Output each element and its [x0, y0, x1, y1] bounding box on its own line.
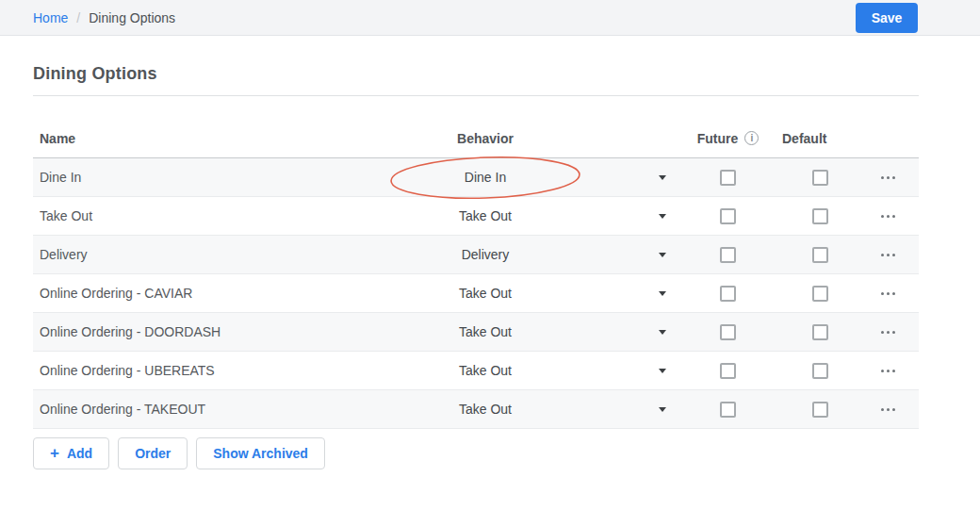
order-button[interactable]: Order: [118, 437, 188, 469]
behavior-select[interactable]: Delivery: [297, 236, 674, 273]
default-checkbox[interactable]: [812, 208, 828, 224]
default-checkbox[interactable]: [812, 363, 828, 379]
plus-icon: +: [50, 445, 59, 461]
chevron-down-icon: [659, 407, 666, 412]
show-archived-button[interactable]: Show Archived: [196, 437, 325, 469]
row-actions-ellipsis-icon[interactable]: [877, 211, 899, 222]
default-checkbox[interactable]: [812, 247, 828, 263]
default-checkbox[interactable]: [812, 170, 828, 186]
row-actions-ellipsis-icon[interactable]: [877, 288, 899, 299]
behavior-select[interactable]: Dine In: [297, 158, 674, 196]
add-button-label: Add: [67, 446, 92, 461]
future-checkbox[interactable]: [720, 170, 736, 186]
row-name: Dine In: [33, 170, 297, 185]
future-checkbox[interactable]: [720, 402, 736, 418]
row-actions-ellipsis-icon[interactable]: [877, 404, 899, 415]
row-name: Online Ordering - UBEREATS: [33, 363, 297, 378]
row-name: Online Ordering - TAKEOUT: [33, 402, 297, 417]
chevron-down-icon: [659, 330, 666, 335]
chevron-down-icon: [659, 253, 666, 257]
future-checkbox[interactable]: [720, 286, 736, 302]
table-row: Online Ordering - UBEREATS Take Out: [33, 352, 919, 390]
behavior-value: Take Out: [459, 363, 512, 378]
default-checkbox[interactable]: [812, 286, 828, 302]
table-row: Online Ordering - CAVIAR Take Out: [33, 274, 919, 313]
row-name: Online Ordering - CAVIAR: [33, 286, 297, 301]
table-row: Online Ordering - TAKEOUT Take Out: [33, 390, 919, 429]
breadcrumb-home-link[interactable]: Home: [33, 10, 68, 25]
row-actions-ellipsis-icon[interactable]: [877, 250, 899, 260]
table-row: Take Out Take Out: [33, 197, 919, 236]
chevron-down-icon: [659, 175, 666, 180]
row-name: Delivery: [33, 247, 297, 262]
behavior-select[interactable]: Take Out: [297, 313, 674, 351]
chevron-down-icon: [659, 214, 666, 219]
column-header-behavior: Behavior: [297, 131, 674, 146]
column-header-name: Name: [33, 131, 297, 146]
row-actions-ellipsis-icon[interactable]: [877, 173, 899, 183]
row-name: Online Ordering - DOORDASH: [33, 324, 297, 339]
column-header-future-label: Future: [697, 131, 739, 146]
column-header-default: Default: [782, 131, 858, 146]
save-button[interactable]: Save: [856, 3, 918, 33]
chevron-down-icon: [659, 291, 666, 296]
page-title: Dining Options: [33, 64, 919, 96]
behavior-select[interactable]: Take Out: [297, 197, 674, 235]
breadcrumb-current: Dining Options: [89, 10, 175, 25]
info-icon[interactable]: i: [744, 131, 759, 145]
table-row: Delivery Delivery: [33, 236, 919, 274]
row-actions-ellipsis-icon[interactable]: [877, 366, 899, 376]
chevron-down-icon: [659, 369, 666, 373]
column-header-future: Future i: [674, 131, 782, 146]
behavior-value: Take Out: [459, 208, 512, 223]
row-actions-ellipsis-icon[interactable]: [877, 327, 899, 337]
behavior-value: Take Out: [459, 324, 512, 339]
behavior-value: Dine In: [465, 170, 506, 185]
row-name: Take Out: [33, 208, 297, 223]
table-footer: + Add Order Show Archived: [33, 437, 919, 469]
top-bar: Home / Dining Options Save: [0, 0, 980, 36]
behavior-value: Take Out: [459, 402, 512, 417]
behavior-select[interactable]: Take Out: [297, 390, 674, 428]
future-checkbox[interactable]: [720, 208, 736, 224]
table-row: Online Ordering - DOORDASH Take Out: [33, 313, 919, 352]
behavior-value: Delivery: [462, 247, 510, 262]
future-checkbox[interactable]: [720, 247, 736, 263]
breadcrumb-separator: /: [76, 10, 80, 25]
add-button[interactable]: + Add: [33, 437, 109, 469]
future-checkbox[interactable]: [720, 324, 736, 340]
table-row: Dine In Dine In: [33, 158, 919, 197]
behavior-select[interactable]: Take Out: [297, 274, 674, 312]
behavior-value: Take Out: [459, 286, 512, 301]
default-checkbox[interactable]: [812, 402, 828, 418]
future-checkbox[interactable]: [720, 363, 736, 379]
table-header-row: Name Behavior Future i Default: [33, 119, 919, 158]
behavior-select[interactable]: Take Out: [297, 352, 674, 389]
default-checkbox[interactable]: [812, 324, 828, 340]
page-content: Dining Options Name Behavior Future i De…: [33, 64, 919, 469]
breadcrumb: Home / Dining Options: [33, 10, 175, 25]
